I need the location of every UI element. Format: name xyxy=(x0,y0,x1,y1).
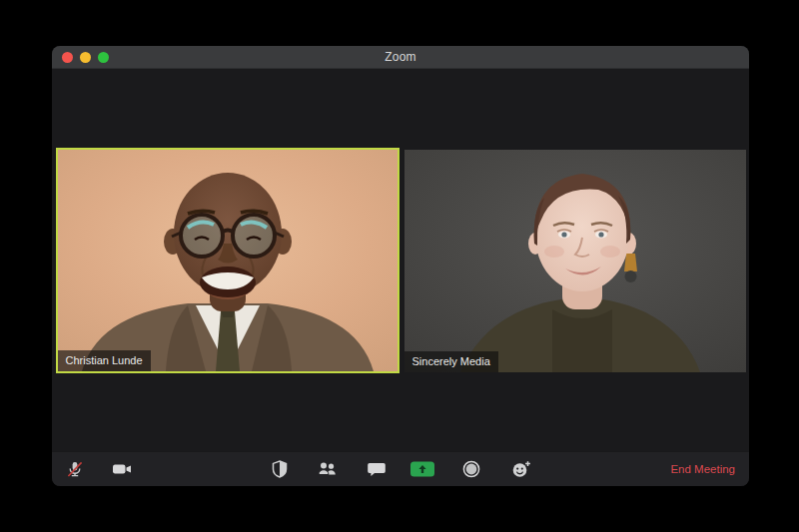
record-icon xyxy=(461,459,481,479)
reactions-smiley-icon xyxy=(510,459,532,479)
video-tile-sincerely-media[interactable]: Sincerely Media xyxy=(404,150,746,372)
meeting-toolbar: End Meeting xyxy=(52,451,749,486)
participants-icon xyxy=(317,459,339,479)
share-screen-button[interactable] xyxy=(407,452,437,486)
security-shield-icon xyxy=(271,459,289,479)
record-button[interactable] xyxy=(456,452,486,486)
window-titlebar[interactable]: Zoom xyxy=(52,46,749,69)
chat-button[interactable] xyxy=(362,452,392,486)
participant-name: Christian Lunde xyxy=(66,354,143,366)
participants-button[interactable] xyxy=(313,452,343,486)
window-controls xyxy=(62,46,109,68)
desktop-background: Zoom xyxy=(0,0,799,532)
close-window-button[interactable] xyxy=(62,52,73,63)
chat-bubble-icon xyxy=(367,459,387,479)
participant-video-man xyxy=(58,150,398,371)
participant-video-woman xyxy=(404,150,746,372)
video-gallery: Christian Lunde xyxy=(52,69,749,452)
window-title: Zoom xyxy=(385,50,415,64)
participant-name-label: Christian Lunde xyxy=(58,350,151,371)
security-button[interactable] xyxy=(265,452,295,486)
video-camera-icon xyxy=(111,459,133,479)
fullscreen-window-button[interactable] xyxy=(98,52,109,63)
video-tile-christian-lunde[interactable]: Christian Lunde xyxy=(56,148,400,373)
participant-name-label: Sincerely Media xyxy=(404,351,498,372)
stop-video-button[interactable] xyxy=(107,452,137,486)
zoom-window: Zoom xyxy=(52,46,749,486)
participant-name: Sincerely Media xyxy=(412,355,490,367)
share-screen-icon xyxy=(409,459,435,479)
reactions-button[interactable] xyxy=(506,452,536,486)
microphone-muted-icon xyxy=(65,459,85,479)
minimize-window-button[interactable] xyxy=(80,52,91,63)
end-meeting-button[interactable]: End Meeting xyxy=(670,452,735,486)
mute-button[interactable] xyxy=(60,452,90,486)
